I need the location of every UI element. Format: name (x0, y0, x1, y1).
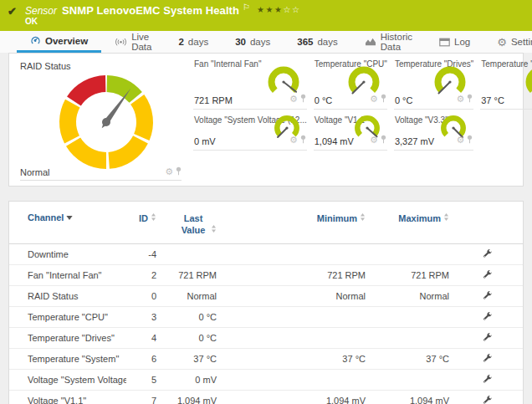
status-check-icon: ✔ (8, 5, 17, 18)
channel-row[interactable]: Voltage "V1.1"71,094 mV1,094 mV1,094 mV (9, 390, 523, 404)
channel-row[interactable]: Downtime-4 (9, 243, 523, 264)
gauge-channel-3[interactable]: Temperature "System"37 °C⚙ (480, 54, 532, 110)
gauge-settings-icon[interactable]: ⚙ (370, 136, 378, 145)
channels-table: ChannelIDLast ValueMinimumMaximum Downti… (9, 202, 523, 404)
gauge-value: 0 °C (395, 95, 413, 105)
page-title: SNMP LenovoEMC System Health (62, 4, 239, 17)
gear-icon: ⚙ (497, 37, 507, 48)
sensor-status-banner: ✔ Sensor SNMP LenovoEMC System Health ⚐ … (0, 0, 532, 31)
channel-settings-wrench-icon[interactable] (483, 396, 493, 404)
gauge-settings-icon[interactable]: ⚙ (456, 136, 464, 145)
channel-settings-wrench-icon[interactable] (483, 334, 493, 344)
tab-label: Live Data (131, 32, 151, 52)
pin-icon[interactable] (467, 132, 473, 147)
channel-row[interactable]: Temperature "Drives"40 °C (9, 327, 523, 348)
pin-icon[interactable] (300, 91, 306, 106)
cell-max (369, 369, 453, 390)
channel-settings-wrench-icon[interactable] (483, 355, 493, 365)
channel-settings-wrench-icon[interactable] (483, 292, 493, 302)
tab-log[interactable]: Log (426, 31, 483, 53)
cell-channel: RAID Status (9, 285, 126, 306)
channel-settings-wrench-icon[interactable] (483, 313, 493, 323)
pin-icon[interactable] (467, 91, 473, 106)
gauge-channel-2[interactable]: Temperature "Drives"0 °C⚙ (394, 54, 473, 110)
tab-30-days[interactable]: 30days (222, 31, 284, 53)
channel-row[interactable]: Voltage "System Voltage (...50 mV (9, 369, 523, 390)
sort-desc-icon (66, 212, 73, 222)
gauge-channel-1[interactable]: Temperature "CPU"0 °C⚙ (314, 54, 387, 110)
tab-live-data[interactable]: Live Data (101, 31, 165, 53)
status-badge: OK (25, 17, 532, 26)
empty-gauge-cell (480, 110, 532, 151)
gauge-value: 721 RPM (194, 95, 233, 105)
channel-row[interactable]: Temperature "System"637 °C37 °C37 °C (9, 348, 523, 369)
column-header-channel[interactable]: Channel (9, 202, 126, 243)
column-header-actions (453, 202, 523, 243)
pin-icon[interactable] (381, 91, 386, 106)
mini-gauges-grid: Fan "Internal Fan"721 RPM⚙Temperature "C… (187, 54, 532, 186)
tab-bar: OverviewLive Data2days30days365daysHisto… (0, 31, 532, 53)
channel-row[interactable]: Temperature "CPU"30 °C (9, 306, 523, 327)
star-filled-icon[interactable]: ★ (257, 5, 265, 14)
star-empty-icon[interactable]: ☆ (283, 5, 291, 14)
tab-range-number: 30 (235, 37, 246, 47)
star-empty-icon[interactable]: ☆ (292, 5, 300, 14)
star-filled-icon[interactable]: ★ (266, 5, 274, 14)
cell-max: 37 °C (369, 348, 453, 369)
gauge-channel-0[interactable]: Fan "Internal Fan"721 RPM⚙ (193, 54, 307, 110)
cell-max: 1,094 mV (369, 390, 453, 404)
cell-id: 7 (126, 390, 160, 404)
gauge-settings-icon[interactable]: ⚙ (456, 95, 464, 104)
tab-2-days[interactable]: 2days (165, 31, 222, 53)
gauge-settings-icon[interactable]: ⚙ (289, 95, 298, 104)
gauge-value: 0 mV (194, 136, 216, 146)
column-header-max[interactable]: Maximum (369, 202, 453, 243)
channel-row[interactable]: RAID Status0NormalNormalNormal (9, 285, 523, 306)
column-header-label: Last Value (178, 212, 208, 237)
column-header-id[interactable]: ID (126, 202, 160, 243)
cell-last: 1,094 mV (160, 390, 220, 404)
pin-icon[interactable] (300, 132, 306, 147)
gauge-settings-icon[interactable]: ⚙ (370, 95, 378, 104)
cell-id: 2 (126, 264, 160, 285)
gauge-channel-4[interactable]: Voltage "System Voltage (12...0 mV⚙ (193, 110, 307, 151)
object-kind-label: Sensor (25, 5, 57, 17)
cell-last: 0 °C (160, 327, 220, 348)
star-filled-icon[interactable]: ★ (274, 5, 283, 14)
cell-id: 5 (126, 369, 160, 390)
channel-settings-wrench-icon[interactable] (483, 376, 493, 386)
cell-last: Normal (160, 285, 220, 306)
priority-flag-icon[interactable]: ⚐ (243, 3, 250, 12)
cell-max (369, 306, 453, 327)
cell-id: 6 (126, 348, 160, 369)
priority-star-rating[interactable]: ★★★☆☆ (257, 5, 300, 14)
sort-both-icon (151, 212, 156, 223)
gauge-value: 1,094 mV (315, 136, 354, 146)
tab-historic-data[interactable]: Historic Data (351, 31, 426, 53)
tab-overview[interactable]: Overview (17, 31, 101, 53)
tab-settings[interactable]: ⚙Settings (483, 31, 532, 53)
gauge-channel-5[interactable]: Voltage "V1.1"1,094 mV⚙ (314, 110, 387, 151)
channel-settings-wrench-icon[interactable] (483, 271, 493, 281)
channels-table-panel: ChannelIDLast ValueMinimumMaximum Downti… (8, 201, 524, 404)
cell-channel: Temperature "CPU" (9, 306, 126, 327)
tab-range-number: 365 (297, 37, 313, 47)
gauge-settings-icon[interactable]: ⚙ (165, 167, 173, 176)
gauge-channel-6[interactable]: Voltage "V3.3"3,327 mV⚙ (394, 110, 473, 151)
cell-max: Normal (369, 285, 453, 306)
tab-label: days (250, 37, 270, 47)
pin-icon[interactable] (176, 166, 182, 177)
chart-icon (365, 37, 376, 47)
gauge-settings-icon[interactable]: ⚙ (289, 136, 298, 145)
tab-365-days[interactable]: 365days (284, 31, 350, 53)
channel-row[interactable]: Fan "Internal Fan"2721 RPM721 RPM721 RPM (9, 264, 523, 285)
cell-min: 1,094 mV (220, 390, 369, 404)
column-header-last[interactable]: Last Value (160, 202, 220, 243)
gauge-raid-status[interactable]: RAID Status Normal ⚙ (9, 54, 187, 186)
channel-settings-wrench-icon[interactable] (483, 250, 493, 260)
cell-max (369, 243, 453, 264)
cell-min (220, 327, 369, 348)
raid-status-gauge (54, 70, 158, 174)
pin-icon[interactable] (381, 132, 386, 147)
column-header-min[interactable]: Minimum (220, 202, 369, 243)
